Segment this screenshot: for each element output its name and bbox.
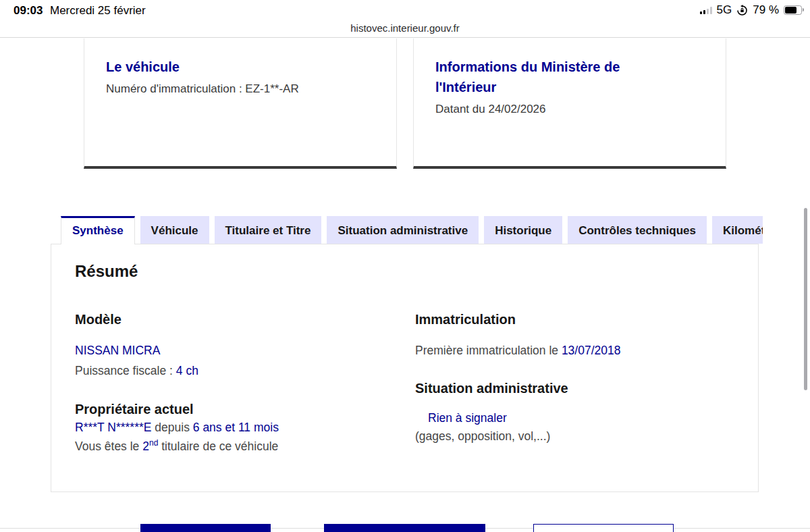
status-indicators: 5G 79 % bbox=[700, 0, 802, 20]
ministry-card-date: Datant du 24/02/2026 bbox=[435, 103, 705, 116]
address-bar[interactable]: histovec.interieur.gouv.fr bbox=[0, 19, 810, 38]
page: 09:03 Mercredi 25 février 5G 79 % histov… bbox=[0, 0, 810, 532]
fiscal-power-label: Puissance fiscale : bbox=[75, 364, 176, 377]
vehicle-card: Le véhicule Numéro d'immatriculation : E… bbox=[84, 38, 397, 169]
footer-button-3[interactable] bbox=[533, 524, 674, 532]
battery-icon bbox=[784, 5, 802, 15]
first-registration-date: 13/07/2018 bbox=[562, 344, 621, 357]
clock: 09:03 bbox=[14, 4, 43, 18]
owner-rank-suffix: titulaire de ce véhicule bbox=[158, 440, 278, 453]
owner-since-line: R***T N******E depuis 6 ans et 11 mois bbox=[75, 421, 279, 435]
owner-since-label: depuis bbox=[151, 421, 192, 434]
admin-status-value: Rien à signaler bbox=[428, 411, 507, 425]
owner-rank-ordinal: nd bbox=[149, 438, 158, 448]
admin-status-note: (gages, opposition, vol,...) bbox=[415, 429, 550, 444]
vertical-scrollbar[interactable] bbox=[804, 208, 807, 390]
tab-historique[interactable]: Historique bbox=[484, 216, 562, 244]
owner-name: R***T N******E bbox=[75, 421, 151, 434]
network-type-label: 5G bbox=[717, 3, 732, 17]
tab-titulaire-et-titre[interactable]: Titulaire et Titre bbox=[215, 216, 322, 244]
status-date: Mercredi 25 février bbox=[50, 4, 146, 18]
footer-button-1[interactable] bbox=[140, 524, 271, 532]
first-registration-line: Première immatriculation le 13/07/2018 bbox=[415, 344, 620, 358]
rotation-lock-icon bbox=[736, 5, 748, 16]
panel-title: Résumé bbox=[75, 262, 138, 281]
cellular-signal-icon bbox=[700, 7, 712, 14]
owner-rank-prefix: Vous êtes le bbox=[75, 440, 142, 453]
owner-since-value: 6 ans et 11 mois bbox=[193, 421, 279, 434]
model-heading: Modèle bbox=[75, 312, 122, 327]
fiscal-power-line: Puissance fiscale : 4 ch bbox=[75, 364, 198, 378]
admin-status-heading: Situation administrative bbox=[415, 381, 568, 396]
tab-situation-administrative[interactable]: Situation administrative bbox=[327, 216, 479, 244]
tab-bar: Synthèse Véhicule Titulaire et Titre Sit… bbox=[61, 216, 763, 244]
ministry-card-title: Informations du Ministère de l'Intérieur bbox=[435, 57, 672, 97]
vehicle-card-title: Le véhicule bbox=[106, 57, 342, 77]
tab-kilometrage[interactable]: Kilométrage bbox=[712, 216, 763, 244]
ministry-card: Informations du Ministère de l'Intérieur… bbox=[413, 38, 726, 169]
synthese-panel: Résumé Modèle NISSAN MICRA Puissance fis… bbox=[51, 244, 759, 492]
status-bar: 09:03 Mercredi 25 février 5G 79 % bbox=[0, 0, 810, 20]
owner-rank-number: 2 bbox=[142, 440, 149, 453]
registration-heading: Immatriculation bbox=[415, 312, 516, 327]
vehicle-card-registration-number: Numéro d'immatriculation : EZ-1**-AR bbox=[106, 82, 376, 96]
model-name: NISSAN MICRA bbox=[75, 344, 160, 358]
tab-controles-techniques[interactable]: Contrôles techniques bbox=[568, 216, 707, 244]
fiscal-power-value: 4 ch bbox=[176, 364, 198, 377]
tab-vehicule[interactable]: Véhicule bbox=[140, 216, 209, 244]
owner-heading: Propriétaire actuel bbox=[75, 402, 194, 417]
battery-percent-label: 79 % bbox=[753, 3, 779, 17]
first-registration-label: Première immatriculation le bbox=[415, 344, 562, 357]
owner-rank-line: Vous êtes le 2nd titulaire de ce véhicul… bbox=[75, 438, 278, 454]
tab-synthese[interactable]: Synthèse bbox=[61, 216, 135, 244]
address-bar-url[interactable]: histovec.interieur.gouv.fr bbox=[0, 22, 810, 34]
footer-button-2[interactable] bbox=[324, 524, 485, 532]
